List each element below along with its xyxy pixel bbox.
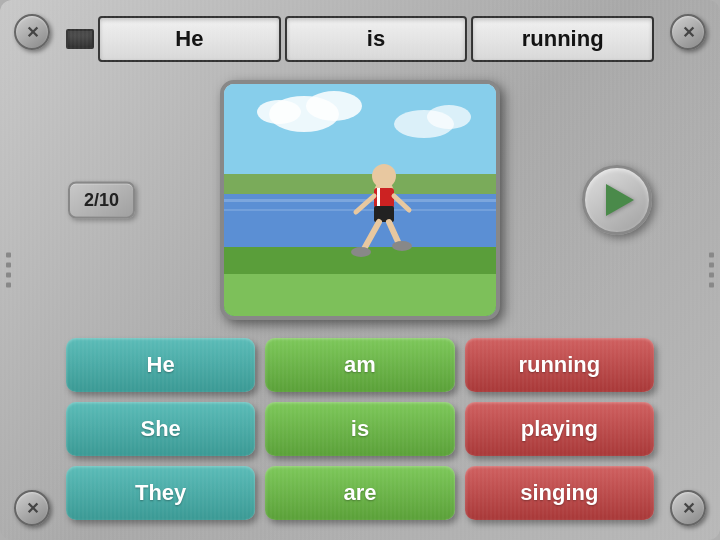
close-button-bl[interactable]: ✕: [14, 490, 50, 526]
middle-section: 2/10: [16, 74, 704, 326]
svg-rect-11: [224, 274, 496, 316]
progress-badge: 2/10: [68, 182, 135, 219]
runner-image: [224, 84, 496, 316]
image-frame: [220, 80, 500, 320]
grip-left: [6, 253, 11, 288]
main-container: ✕ ✕ ✕ ✕ He is running 2/10: [0, 0, 720, 540]
verb-button-are[interactable]: are: [265, 466, 454, 520]
svg-rect-15: [377, 188, 380, 206]
subject-button-they[interactable]: They: [66, 466, 255, 520]
answer-slot-3: running: [471, 16, 654, 62]
answer-slot-1: He: [98, 16, 281, 62]
verb-button-is[interactable]: is: [265, 402, 454, 456]
svg-rect-8: [224, 199, 496, 202]
action-button-running[interactable]: running: [465, 338, 654, 392]
svg-rect-7: [224, 194, 496, 249]
close-button-tr[interactable]: ✕: [670, 14, 706, 50]
action-button-singing[interactable]: singing: [465, 466, 654, 520]
subject-button-he[interactable]: He: [66, 338, 255, 392]
word-buttons-grid: He am running She is playing They are si…: [66, 338, 654, 524]
close-button-tl[interactable]: ✕: [14, 14, 50, 50]
svg-rect-16: [374, 206, 394, 222]
svg-point-5: [427, 105, 471, 129]
close-button-br[interactable]: ✕: [670, 490, 706, 526]
svg-point-3: [257, 100, 301, 124]
svg-point-13: [372, 164, 396, 188]
svg-point-20: [392, 241, 412, 251]
grip-right: [709, 253, 714, 288]
answer-divider: [66, 29, 94, 49]
answer-slot-2: is: [285, 16, 468, 62]
svg-point-19: [351, 247, 371, 257]
svg-point-2: [306, 91, 362, 121]
play-icon: [606, 184, 634, 216]
subject-button-she[interactable]: She: [66, 402, 255, 456]
svg-rect-6: [224, 174, 496, 194]
svg-rect-0: [224, 84, 496, 184]
action-button-playing[interactable]: playing: [465, 402, 654, 456]
verb-button-am[interactable]: am: [265, 338, 454, 392]
answer-bar: He is running: [66, 16, 654, 62]
play-button[interactable]: [582, 165, 652, 235]
